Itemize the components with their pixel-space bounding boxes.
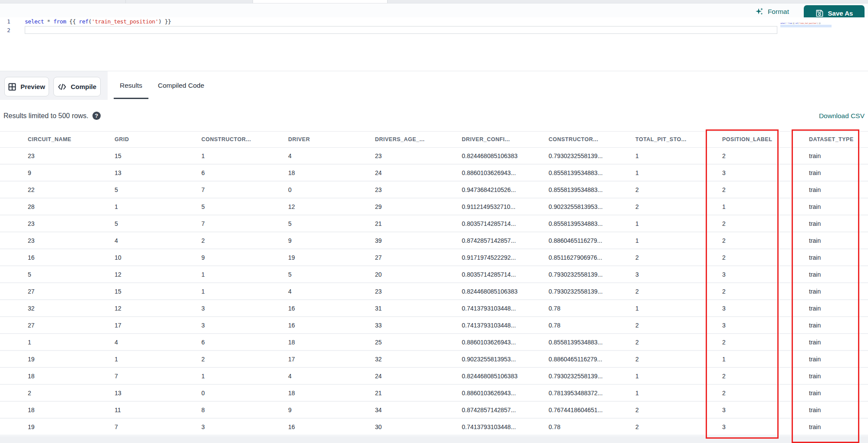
save-as-label: Save As bbox=[828, 10, 853, 17]
table-row: 2717316330.7413793103448...0.7823train bbox=[0, 317, 868, 334]
column-header: DRIVER_CONFI... bbox=[434, 136, 521, 142]
table-cell: 5 bbox=[260, 220, 347, 227]
file-tab[interactable] bbox=[126, 0, 253, 3]
table-cell: 0.8558139534883... bbox=[521, 220, 608, 227]
code-text: select * from {{ ref('train_test_positio… bbox=[25, 18, 171, 26]
table-cell: 0.7413793103448... bbox=[434, 322, 521, 329]
table-cell: 1 bbox=[608, 390, 694, 397]
table-cell: 12 bbox=[87, 271, 174, 278]
table-cell: 0.8860103626943... bbox=[434, 339, 521, 346]
table-cell: train bbox=[781, 390, 868, 397]
table-cell: 0.824468085106383 bbox=[434, 152, 521, 159]
table-cell: 0.7413793103448... bbox=[434, 423, 521, 430]
table-cell: train bbox=[781, 152, 868, 159]
preview-button[interactable]: Preview bbox=[4, 77, 49, 96]
table-cell: 1 bbox=[174, 373, 260, 380]
help-icon[interactable]: ? bbox=[92, 112, 101, 120]
table-cell: 21 bbox=[347, 220, 434, 227]
table-cell: 0.9023255813953... bbox=[521, 203, 608, 210]
table-cell: 31 bbox=[347, 305, 434, 312]
table-cell: 0.9473684210526... bbox=[434, 186, 521, 193]
sparkle-icon bbox=[755, 7, 764, 16]
limit-note-text: Results limited to 500 rows. bbox=[3, 112, 89, 120]
table-cell: 22 bbox=[0, 186, 87, 193]
table-body: 231514230.8244680851063830.7930232558139… bbox=[0, 148, 868, 436]
table-cell: 4 bbox=[260, 152, 347, 159]
table-cell: 33 bbox=[347, 322, 434, 329]
editor-minimap[interactable]: select * from {{ ref('train_test_positio… bbox=[780, 23, 832, 27]
table-cell: train bbox=[781, 203, 868, 210]
column-header: DRIVER bbox=[260, 136, 347, 142]
table-cell: 0.8742857142857... bbox=[434, 407, 521, 413]
table-cell: 1 bbox=[608, 305, 694, 312]
table-cell: 3 bbox=[694, 407, 781, 413]
table-cell: 0.8035714285714... bbox=[434, 220, 521, 227]
editor-toolbar: Format Save As bbox=[0, 3, 868, 17]
table-bottom-strip bbox=[0, 436, 868, 443]
table-cell: 0.7930232558139... bbox=[521, 288, 608, 295]
table-row: 22570230.9473684210526...0.8558139534883… bbox=[0, 182, 868, 198]
table-cell: 3 bbox=[694, 423, 781, 430]
table-cell: 1 bbox=[608, 237, 694, 244]
table-cell: 5 bbox=[174, 203, 260, 210]
column-header: DRIVERS_AGE_... bbox=[347, 136, 434, 142]
table-cell: 5 bbox=[87, 186, 174, 193]
table-header-row: CIRCUIT_NAMEGRIDCONSTRUCTOR...DRIVERDRIV… bbox=[0, 131, 868, 148]
tab-results[interactable]: Results bbox=[114, 71, 148, 100]
table-cell: 18 bbox=[260, 339, 347, 346]
code-lines: 1select * from {{ ref('train_test_positi… bbox=[0, 17, 868, 34]
preview-label: Preview bbox=[20, 83, 45, 90]
table-cell: 0.8860465116279... bbox=[521, 356, 608, 363]
code-line[interactable]: 1select * from {{ ref('train_test_positi… bbox=[0, 17, 868, 26]
file-tab[interactable] bbox=[0, 0, 126, 3]
save-icon bbox=[815, 9, 824, 17]
download-csv-link[interactable]: Download CSV bbox=[819, 112, 865, 120]
table-cell: train bbox=[781, 356, 868, 363]
table-cell: 27 bbox=[0, 288, 87, 295]
table-cell: 0.8742857142857... bbox=[434, 237, 521, 244]
table-cell: 12 bbox=[260, 203, 347, 210]
table-cell: 27 bbox=[347, 254, 434, 261]
table-cell: 16 bbox=[0, 254, 87, 261]
sql-editor[interactable]: 1select * from {{ ref('train_test_positi… bbox=[0, 17, 868, 71]
table-cell: train bbox=[781, 305, 868, 312]
table-cell: 0.8558139534883... bbox=[521, 169, 608, 176]
table-row: 23575210.8035714285714...0.8558139534883… bbox=[0, 215, 868, 232]
table-cell: 2 bbox=[694, 237, 781, 244]
table-cell: 2 bbox=[608, 186, 694, 193]
table-cell: train bbox=[781, 169, 868, 176]
file-tab-active[interactable] bbox=[253, 0, 388, 3]
code-line[interactable]: 2 bbox=[0, 26, 868, 35]
table-cell: 23 bbox=[0, 220, 87, 227]
column-header: CIRCUIT_NAME bbox=[0, 136, 87, 142]
table-cell: 0.7930232558139... bbox=[521, 271, 608, 278]
table-cell: 0.7930232558139... bbox=[521, 152, 608, 159]
table-cell: 0.8511627906976... bbox=[521, 254, 608, 261]
table-cell: 0 bbox=[260, 186, 347, 193]
table-cell: 2 bbox=[694, 220, 781, 227]
table-cell: 19 bbox=[0, 423, 87, 430]
table-cell: 0.7813953488372... bbox=[521, 390, 608, 397]
tab-compiled-code[interactable]: Compiled Code bbox=[152, 71, 210, 100]
table-cell: 3 bbox=[174, 322, 260, 329]
table-cell: 1 bbox=[608, 152, 694, 159]
table-cell: 0.9112149532710... bbox=[434, 203, 521, 210]
table-cell: 19 bbox=[260, 254, 347, 261]
table-cell: 2 bbox=[608, 203, 694, 210]
table-cell: train bbox=[781, 237, 868, 244]
table-cell: 1 bbox=[174, 271, 260, 278]
compile-button[interactable]: Compile bbox=[53, 77, 101, 96]
table-cell: 16 bbox=[260, 322, 347, 329]
table-cell: train bbox=[781, 373, 868, 380]
format-button[interactable]: Format bbox=[755, 7, 789, 16]
column-header: CONSTRUCTOR... bbox=[521, 136, 608, 142]
table-cell: 7 bbox=[87, 373, 174, 380]
table-cell: 16 bbox=[260, 305, 347, 312]
line-number: 1 bbox=[0, 18, 17, 25]
minimap-viewport[interactable] bbox=[780, 25, 832, 27]
table-row: 1610919270.9171974522292...0.85116279069… bbox=[0, 249, 868, 266]
table-cell: 39 bbox=[347, 237, 434, 244]
table-cell: 13 bbox=[87, 390, 174, 397]
table-cell: 0.8860103626943... bbox=[434, 169, 521, 176]
table-cell: 2 bbox=[608, 288, 694, 295]
